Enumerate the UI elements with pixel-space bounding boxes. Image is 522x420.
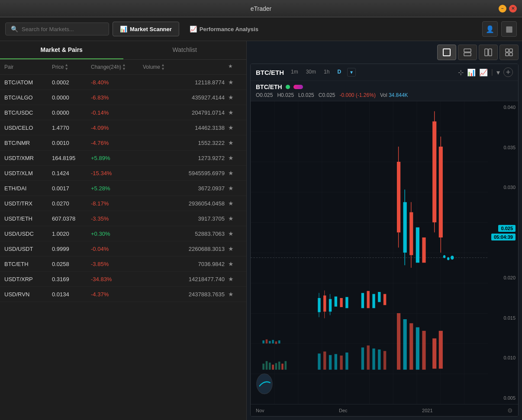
add-chart-icon[interactable]: +	[503, 67, 513, 77]
table-row[interactable]: USDT/TRX 0.0270 -8.17% 2936054.0458 ★	[0, 196, 246, 211]
table-row[interactable]: USDT/XMR 164.8195 +5.89% 1273.9272 ★	[0, 151, 246, 166]
table-row[interactable]: USDT/XLM 0.1424 -15.34% 5945595.6979 ★	[0, 166, 246, 181]
table-header: Pair Price ▲▼ Change(24h) ▲▼ Volume ▲▼ ★	[0, 60, 246, 75]
svg-rect-18	[281, 364, 284, 370]
svg-rect-17	[278, 362, 280, 370]
more-icon[interactable]: ▾	[496, 68, 500, 77]
star-icon[interactable]: ★	[228, 230, 242, 237]
change-sort-icon: ▲▼	[122, 63, 126, 71]
ohlcv-pair: BTC/ETH	[256, 83, 513, 90]
market-table[interactable]: BTC/ATOM 0.0002 -8.40% 12118.8774 ★ BTC/…	[0, 75, 246, 420]
row-change: -8.40%	[91, 79, 143, 86]
layout-vsplit-button[interactable]	[479, 45, 498, 60]
svg-rect-6	[509, 49, 512, 52]
performance-icon: 📈	[190, 26, 197, 32]
tab-watchlist[interactable]: Watchlist	[123, 41, 247, 59]
search-input[interactable]	[22, 26, 103, 32]
svg-rect-13	[266, 361, 268, 370]
layout-single-button[interactable]	[437, 45, 456, 60]
market-scanner-tab[interactable]: 📊 Market Scanner	[113, 22, 179, 36]
pair-dot-green	[286, 85, 290, 89]
chart-settings-icon[interactable]: ⚙	[507, 407, 513, 414]
star-icon[interactable]: ★	[228, 170, 242, 176]
star-icon[interactable]: ★	[228, 276, 242, 282]
crosshair-icon[interactable]: ⊹	[458, 68, 464, 77]
performance-tab-label: Performance Analysis	[200, 26, 258, 32]
tf-30m[interactable]: 30m	[304, 68, 318, 77]
svg-rect-36	[340, 298, 342, 307]
svg-rect-3	[485, 49, 488, 56]
star-icon[interactable]: ★	[228, 215, 242, 222]
row-change: +5.28%	[91, 185, 143, 192]
table-row[interactable]: BTC/ATOM 0.0002 -8.40% 12118.8774 ★	[0, 75, 246, 90]
row-pair: USD/USDT	[4, 246, 52, 252]
table-row[interactable]: USD/USDT 0.9999 -0.04% 2260688.3013 ★	[0, 241, 246, 256]
col-change-header[interactable]: Change(24h) ▲▼	[91, 63, 143, 71]
row-price: 0.0270	[52, 200, 91, 207]
table-row[interactable]: USDT/XRP 0.3169 -34.83% 14218477.740 ★	[0, 272, 246, 287]
svg-rect-66	[323, 352, 326, 370]
star-icon[interactable]: ★	[228, 139, 242, 146]
star-icon[interactable]: ★	[228, 94, 242, 101]
star-icon[interactable]: ★	[228, 109, 242, 116]
row-change: -4.76%	[91, 140, 143, 146]
table-row[interactable]: USD/USDC 1.0020 +0.30% 52883.7063 ★	[0, 226, 246, 241]
table-row[interactable]: ETH/DAI 0.0017 +5.28% 3672.0937 ★	[0, 181, 246, 196]
chart-type-icon[interactable]: 📈	[479, 68, 488, 77]
tf-1m[interactable]: 1m	[289, 68, 300, 77]
row-change: +0.30%	[91, 231, 143, 237]
price-sort-icon: ▲▼	[64, 63, 68, 71]
star-icon[interactable]: ★	[228, 200, 242, 207]
candle-type-icon[interactable]: 📊	[467, 68, 476, 77]
row-price: 1.4770	[52, 125, 91, 131]
search-box[interactable]: 🔍	[5, 22, 109, 35]
tf-1h[interactable]: 1h	[322, 68, 331, 77]
chart-svg-area[interactable]	[251, 101, 488, 404]
row-change: -6.83%	[91, 94, 143, 101]
row-pair: USD/CELO	[4, 125, 52, 131]
row-volume: 7036.9842	[143, 261, 228, 267]
star-icon[interactable]: ★	[228, 124, 242, 131]
star-icon[interactable]: ★	[228, 79, 242, 86]
scanner-chart-icon: 📊	[120, 26, 127, 32]
performance-analysis-tab[interactable]: 📈 Performance Analysis	[183, 22, 265, 36]
table-row[interactable]: USD/CELO 1.4770 -4.09% 14462.3138 ★	[0, 120, 246, 135]
table-row[interactable]: USDT/ETH 607.0378 -3.35% 3917.3705 ★	[0, 211, 246, 226]
tf-D[interactable]: D	[335, 68, 343, 77]
row-pair: BTC/USDC	[4, 109, 52, 116]
star-icon[interactable]: ★	[228, 185, 242, 192]
layout-quad-button[interactable]	[499, 45, 519, 60]
star-icon[interactable]: ★	[228, 154, 242, 161]
svg-rect-4	[489, 49, 492, 56]
col-pair-header[interactable]: Pair	[4, 63, 52, 71]
table-row[interactable]: USD/RVN 0.0134 -4.37% 2437883.7635 ★	[0, 287, 246, 302]
svg-rect-75	[383, 351, 386, 370]
table-row[interactable]: BTC/NMR 0.0010 -4.76% 1552.3222 ★	[0, 135, 246, 151]
row-pair: ETH/DAI	[4, 185, 52, 192]
layout-selector	[250, 45, 519, 60]
table-row[interactable]: BTC/ALGO 0.0000 -6.83% 435927.4144 ★	[0, 90, 246, 105]
row-pair: USD/RVN	[4, 291, 52, 298]
close-button[interactable]: ✕	[509, 5, 517, 13]
tf-dropdown[interactable]: ▾	[347, 68, 356, 77]
svg-rect-22	[269, 341, 271, 343]
user-button[interactable]: 👤	[482, 21, 498, 37]
chart-x-axis: Nov Dec 2021 ⚙	[251, 404, 518, 416]
star-icon[interactable]: ★	[228, 291, 242, 298]
ohlcv-change: -0.000 (-1.26%)	[340, 92, 376, 98]
svg-rect-71	[361, 347, 364, 369]
tab-market-pairs[interactable]: Market & Pairs	[0, 41, 123, 59]
row-price: 0.9999	[52, 246, 91, 252]
row-change: -3.85%	[91, 261, 143, 267]
col-star-header: ★	[228, 63, 242, 71]
table-row[interactable]: BTC/USDC 0.0000 -0.14% 204791.0714 ★	[0, 105, 246, 120]
col-price-header[interactable]: Price ▲▼	[52, 63, 91, 71]
table-row[interactable]: BTC/ETH 0.0258 -3.85% 7036.9842 ★	[0, 256, 246, 272]
star-icon[interactable]: ★	[228, 260, 242, 267]
svg-rect-21	[266, 340, 268, 343]
col-volume-header[interactable]: Volume ▲▼	[143, 63, 228, 71]
minimize-button[interactable]: −	[499, 5, 506, 13]
star-icon[interactable]: ★	[228, 245, 242, 252]
calculator-button[interactable]: ▦	[501, 21, 517, 37]
layout-hsplit-button[interactable]	[458, 45, 477, 60]
